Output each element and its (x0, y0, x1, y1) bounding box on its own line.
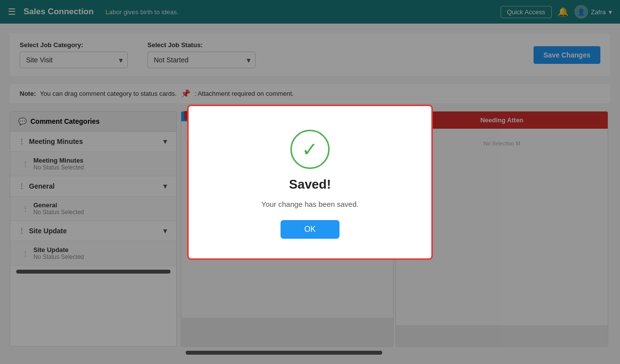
modal-overlay: ✓ Saved! Your change has been saved. OK (0, 0, 620, 364)
dialog-message: Your change has been saved. (261, 200, 359, 208)
check-circle: ✓ (290, 130, 330, 169)
dialog-title: Saved! (289, 177, 331, 192)
saved-dialog: ✓ Saved! Your change has been saved. OK (187, 105, 433, 260)
checkmark-icon: ✓ (302, 140, 318, 159)
dialog-ok-button[interactable]: OK (281, 220, 339, 239)
